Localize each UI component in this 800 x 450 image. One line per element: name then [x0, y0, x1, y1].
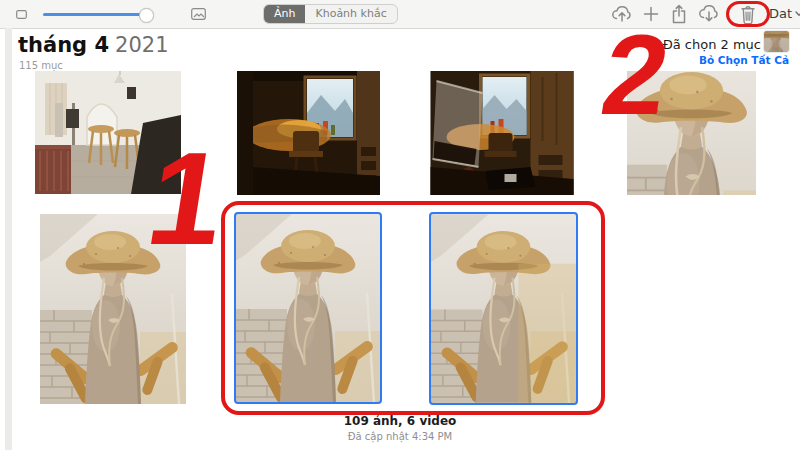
zoom-slider-thumb[interactable]: [139, 8, 154, 23]
user-menu[interactable]: Dat: [769, 6, 800, 21]
user-menu-label: Dat: [769, 6, 792, 21]
deselect-all-link[interactable]: Bỏ Chọn Tất Cả: [699, 54, 789, 66]
month-label: tháng 4: [18, 33, 109, 57]
tab-photos[interactable]: Ảnh: [264, 5, 305, 23]
photo-thumbnail-dark-room-2[interactable]: [430, 71, 574, 195]
page-title: tháng 42021: [18, 33, 169, 57]
photo-large-icon: [191, 8, 206, 20]
chevron-down-icon: [795, 11, 800, 17]
library-summary: 109 ảnh, 6 video: [0, 414, 800, 428]
download-cloud-button[interactable]: [697, 3, 721, 25]
last-updated: Đã cập nhật 4:34 PM: [0, 431, 800, 442]
footer: 109 ảnh, 6 video Đã cập nhật 4:34 PM: [0, 414, 800, 442]
share-button[interactable]: [671, 4, 687, 24]
photo-thumbnail-mannequin-3-selected[interactable]: [431, 214, 576, 403]
delete-trash-button[interactable]: [740, 4, 756, 25]
photo-thumbnail-mannequin-1[interactable]: [40, 214, 186, 404]
photo-small-icon: [16, 10, 27, 19]
photo-thumbnail-mannequin-2-selected[interactable]: [236, 214, 380, 402]
add-button[interactable]: [643, 6, 659, 22]
zoom-slider-track[interactable]: [43, 13, 143, 16]
selection-thumbnail: [764, 31, 789, 52]
photo-thumbnail-dark-room-1[interactable]: [237, 71, 380, 195]
upload-cloud-button[interactable]: [610, 3, 634, 25]
toolbar: Ảnh Khoảnh khắc Dat: [0, 0, 800, 29]
thumbnail-zoom-control: [16, 0, 206, 28]
year-label: 2021: [115, 33, 168, 57]
view-switcher: Ảnh Khoảnh khắc: [263, 4, 398, 24]
tab-moments[interactable]: Khoảnh khắc: [305, 5, 396, 23]
photo-thumbnail-cafe-interior[interactable]: [35, 71, 181, 194]
selection-status: Đã chọn 2 mục: [663, 37, 761, 52]
photo-thumbnail-mannequin-closeup[interactable]: [627, 71, 756, 195]
zoom-slider[interactable]: [31, 7, 169, 21]
window-edge: [5, 28, 12, 450]
item-count: 115 mục: [19, 60, 63, 71]
